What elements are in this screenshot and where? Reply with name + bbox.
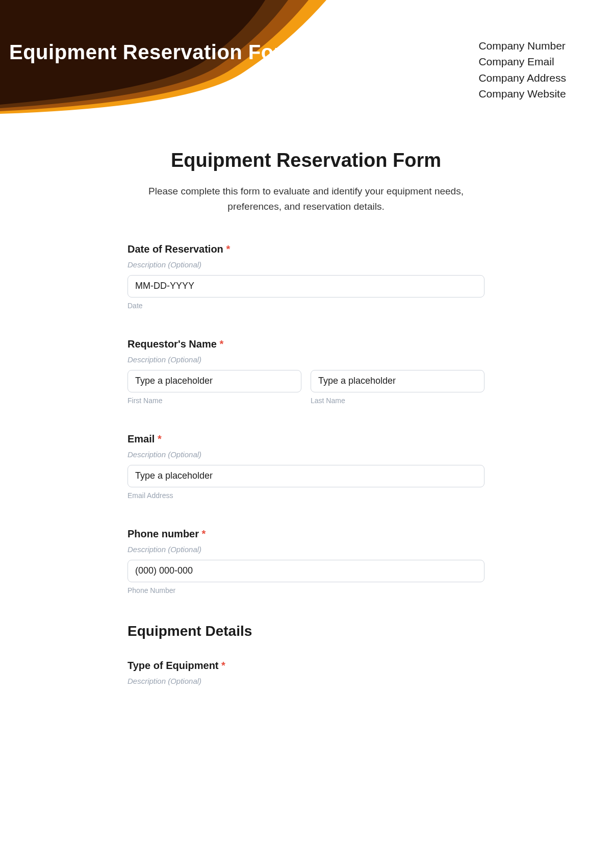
first-name-sublabel: First Name xyxy=(128,396,301,405)
company-website: Company Website xyxy=(478,86,566,101)
equipment-type-label-text: Type of Equipment xyxy=(128,660,219,671)
phone-input[interactable] xyxy=(128,560,484,582)
field-email: Email * Description (Optional) Email Add… xyxy=(128,433,484,500)
form-title: Equipment Reservation Form xyxy=(128,150,484,171)
name-label: Requestor's Name * xyxy=(128,338,484,350)
company-email: Company Email xyxy=(478,54,566,69)
required-asterisk: * xyxy=(226,243,230,255)
name-description: Description (Optional) xyxy=(128,355,484,364)
company-number: Company Number xyxy=(478,38,566,53)
phone-label: Phone number * xyxy=(128,528,484,540)
email-label: Email * xyxy=(128,433,484,445)
equipment-type-description: Description (Optional) xyxy=(128,677,484,685)
phone-label-text: Phone number xyxy=(128,528,199,539)
header-banner: Equipment Reservation Form Company Numbe… xyxy=(0,0,612,114)
date-sublabel: Date xyxy=(128,302,484,310)
company-address: Company Address xyxy=(478,70,566,85)
last-name-input[interactable] xyxy=(311,370,484,392)
equipment-type-label: Type of Equipment * xyxy=(128,660,484,672)
date-label-text: Date of Reservation xyxy=(128,243,223,255)
date-input[interactable] xyxy=(128,275,484,297)
required-asterisk: * xyxy=(202,528,206,539)
company-info-block: Company Number Company Email Company Add… xyxy=(478,38,566,103)
header-title: Equipment Reservation Form xyxy=(9,41,300,64)
last-name-sublabel: Last Name xyxy=(311,396,484,405)
phone-description: Description (Optional) xyxy=(128,545,484,554)
date-description: Description (Optional) xyxy=(128,260,484,269)
equipment-details-heading: Equipment Details xyxy=(128,623,484,639)
required-asterisk: * xyxy=(158,433,162,444)
email-label-text: Email xyxy=(128,433,155,444)
field-phone: Phone number * Description (Optional) Ph… xyxy=(128,528,484,594)
email-input[interactable] xyxy=(128,465,484,487)
required-asterisk: * xyxy=(221,660,225,671)
phone-sublabel: Phone Number xyxy=(128,586,484,594)
email-sublabel: Email Address xyxy=(128,491,484,500)
field-type-of-equipment: Type of Equipment * Description (Optiona… xyxy=(128,660,484,685)
field-requestor-name: Requestor's Name * Description (Optional… xyxy=(128,338,484,405)
field-date-of-reservation: Date of Reservation * Description (Optio… xyxy=(128,243,484,310)
name-label-text: Requestor's Name xyxy=(128,338,217,350)
form-container: Equipment Reservation Form Please comple… xyxy=(122,150,490,712)
date-label: Date of Reservation * xyxy=(128,243,484,255)
email-description: Description (Optional) xyxy=(128,450,484,459)
required-asterisk: * xyxy=(219,338,223,350)
form-intro: Please complete this form to evaluate an… xyxy=(128,184,484,215)
first-name-input[interactable] xyxy=(128,370,301,392)
